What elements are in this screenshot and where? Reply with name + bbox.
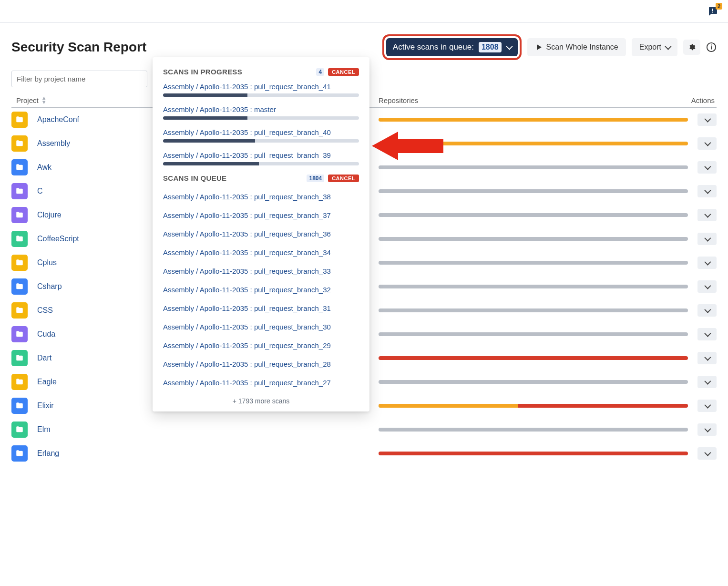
scan-queue-link[interactable]: Assembly / Apollo-11-2035 : pull_request… bbox=[163, 323, 359, 331]
row-actions-button[interactable] bbox=[697, 447, 717, 460]
repo-status-bar bbox=[379, 189, 688, 193]
scan-whole-instance-button[interactable]: Scan Whole Instance bbox=[527, 38, 626, 56]
scan-link[interactable]: Assembly / Apollo-11-2035 : pull_request… bbox=[163, 151, 359, 159]
chevron-down-icon bbox=[705, 307, 709, 314]
folder-icon bbox=[11, 398, 28, 414]
repo-status-bar bbox=[379, 380, 688, 384]
project-link[interactable]: Csharp bbox=[37, 282, 62, 291]
scan-queue-link[interactable]: Assembly / Apollo-11-2035 : pull_request… bbox=[163, 211, 359, 219]
page-title: Security Scan Report bbox=[11, 40, 377, 55]
row-actions-button[interactable] bbox=[697, 304, 717, 317]
queue-count-badge: 1804 bbox=[307, 175, 324, 182]
row-actions-button[interactable] bbox=[697, 257, 717, 269]
play-icon bbox=[535, 43, 543, 51]
row-actions-button[interactable] bbox=[697, 328, 717, 340]
scan-progress-bar bbox=[163, 93, 359, 97]
column-project[interactable]: Project bbox=[16, 96, 39, 104]
row-actions-button[interactable] bbox=[697, 400, 717, 412]
project-link[interactable]: Eagle bbox=[37, 378, 57, 386]
repo-status-bar bbox=[379, 308, 688, 312]
row-actions-button[interactable] bbox=[697, 185, 717, 197]
project-link[interactable]: C bbox=[37, 187, 43, 195]
section-scans-in-queue: SCANS IN QUEUE bbox=[163, 174, 303, 182]
row-actions-button[interactable] bbox=[697, 233, 717, 245]
scan-link[interactable]: Assembly / Apollo-11-2035 : pull_request… bbox=[163, 82, 359, 91]
scan-queue-link[interactable]: Assembly / Apollo-11-2035 : pull_request… bbox=[163, 341, 359, 350]
feedback-icon[interactable]: 2 bbox=[707, 6, 718, 17]
sort-icon[interactable]: ▲▼ bbox=[41, 96, 47, 104]
folder-icon bbox=[11, 374, 28, 390]
repo-status-bar bbox=[379, 452, 688, 455]
repo-status-bar bbox=[379, 404, 688, 408]
scan-link[interactable]: Assembly / Apollo-11-2035 : pull_request… bbox=[163, 128, 359, 136]
queue-button-highlight: Active scans in queue: 1808 bbox=[382, 34, 522, 60]
chevron-down-icon bbox=[705, 259, 709, 267]
info-icon[interactable] bbox=[706, 42, 717, 52]
folder-icon bbox=[11, 231, 28, 247]
scan-queue-link[interactable]: Assembly / Apollo-11-2035 : pull_request… bbox=[163, 360, 359, 368]
chevron-down-icon bbox=[506, 42, 511, 52]
project-row: Elm bbox=[11, 418, 717, 442]
cancel-progress-button[interactable]: CANCEL bbox=[328, 68, 359, 76]
repo-status-bar bbox=[379, 118, 688, 122]
svg-rect-4 bbox=[711, 45, 712, 46]
folder-icon bbox=[11, 445, 28, 462]
scan-progress-item: Assembly / Apollo-11-2035 : pull_request… bbox=[163, 151, 359, 165]
chevron-down-icon bbox=[705, 212, 709, 219]
chevron-down-icon bbox=[705, 236, 709, 243]
project-link[interactable]: Erlang bbox=[37, 449, 59, 458]
project-link[interactable]: Dart bbox=[37, 354, 51, 362]
folder-icon bbox=[11, 302, 28, 319]
repo-status-bar bbox=[379, 428, 688, 432]
repo-status-bar bbox=[379, 332, 688, 336]
folder-icon bbox=[11, 135, 28, 152]
row-actions-button[interactable] bbox=[697, 137, 717, 150]
scan-link[interactable]: Assembly / Apollo-11-2035 : master bbox=[163, 105, 359, 113]
project-link[interactable]: CoffeeScript bbox=[37, 235, 79, 243]
scan-queue-link[interactable]: Assembly / Apollo-11-2035 : pull_request… bbox=[163, 248, 359, 257]
row-actions-button[interactable] bbox=[697, 280, 717, 293]
chevron-down-icon bbox=[705, 426, 709, 433]
project-link[interactable]: Awk bbox=[37, 163, 51, 172]
scan-queue-link[interactable]: Assembly / Apollo-11-2035 : pull_request… bbox=[163, 193, 359, 201]
chevron-down-icon bbox=[665, 43, 670, 51]
project-link[interactable]: CSS bbox=[37, 306, 53, 315]
row-actions-button[interactable] bbox=[697, 423, 717, 436]
row-actions-button[interactable] bbox=[697, 376, 717, 388]
folder-icon bbox=[11, 278, 28, 295]
settings-button[interactable] bbox=[683, 40, 700, 55]
scan-queue-link[interactable]: Assembly / Apollo-11-2035 : pull_request… bbox=[163, 267, 359, 275]
project-link[interactable]: Assembly bbox=[37, 139, 70, 148]
active-scans-queue-button[interactable]: Active scans in queue: 1808 bbox=[386, 38, 518, 56]
scan-queue-link[interactable]: Assembly / Apollo-11-2035 : pull_request… bbox=[163, 230, 359, 238]
project-link[interactable]: Elm bbox=[37, 425, 51, 434]
row-actions-button[interactable] bbox=[697, 161, 717, 174]
chevron-down-icon bbox=[705, 331, 709, 338]
section-scans-in-progress: SCANS IN PROGRESS bbox=[163, 68, 312, 76]
filter-project-input[interactable] bbox=[11, 71, 147, 87]
project-link[interactable]: ApacheConf bbox=[37, 115, 79, 124]
scan-queue-link[interactable]: Assembly / Apollo-11-2035 : pull_request… bbox=[163, 379, 359, 387]
scan-queue-link[interactable]: Assembly / Apollo-11-2035 : pull_request… bbox=[163, 304, 359, 312]
scan-progress-bar bbox=[163, 116, 359, 120]
scan-progress-bar bbox=[163, 139, 359, 143]
chevron-down-icon bbox=[705, 283, 709, 290]
svg-rect-1 bbox=[712, 11, 713, 12]
project-row: Erlang bbox=[11, 442, 717, 465]
scan-queue-link[interactable]: Assembly / Apollo-11-2035 : pull_request… bbox=[163, 286, 359, 294]
cancel-queue-button[interactable]: CANCEL bbox=[328, 175, 359, 182]
project-link[interactable]: Cuda bbox=[37, 330, 55, 339]
folder-icon bbox=[11, 159, 28, 175]
row-actions-button[interactable] bbox=[697, 113, 717, 126]
project-link[interactable]: Clojure bbox=[37, 211, 62, 219]
row-actions-button[interactable] bbox=[697, 352, 717, 364]
chevron-down-icon bbox=[705, 140, 709, 147]
scan-progress-bar bbox=[163, 162, 359, 165]
export-button[interactable]: Export bbox=[632, 38, 677, 56]
project-link[interactable]: Cplus bbox=[37, 258, 57, 267]
folder-icon bbox=[11, 350, 28, 366]
row-actions-button[interactable] bbox=[697, 209, 717, 221]
project-link[interactable]: Elixir bbox=[37, 401, 54, 410]
chevron-down-icon bbox=[705, 402, 709, 410]
folder-icon bbox=[11, 207, 28, 223]
